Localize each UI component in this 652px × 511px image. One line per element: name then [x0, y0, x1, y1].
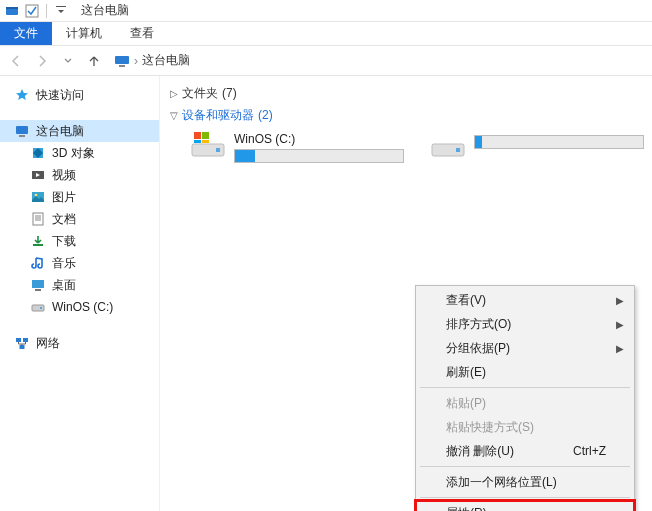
context-menu-label: 添加一个网络位置(L) — [446, 474, 557, 491]
svg-rect-13 — [33, 213, 43, 225]
sidebar-item[interactable]: 音乐 — [0, 252, 159, 274]
drive-name: WinOS (C:) — [234, 132, 404, 146]
drive-icon — [430, 132, 466, 160]
folder-type-icon — [30, 255, 46, 271]
sidebar-item[interactable]: 3D 对象 — [0, 142, 159, 164]
context-menu-item: 粘贴快捷方式(S) — [418, 415, 632, 439]
drive-item[interactable]: WinOS (C:) — [190, 132, 390, 163]
folder-type-icon — [30, 145, 46, 161]
this-pc-icon — [14, 123, 30, 139]
context-menu-label: 分组依据(P) — [446, 340, 510, 357]
nav-back-button[interactable] — [6, 51, 26, 71]
context-menu-item[interactable]: 刷新(E) — [418, 360, 632, 384]
sidebar-item-label: 视频 — [52, 167, 76, 184]
sidebar: 快速访问 这台电脑 3D 对象视频图片文档下载音乐桌面WinOS (C:) 网络 — [0, 76, 160, 511]
svg-rect-5 — [119, 65, 125, 67]
qat-dropdown-icon[interactable] — [53, 3, 69, 19]
tab-view[interactable]: 查看 — [116, 22, 168, 45]
qat-checkbox-icon[interactable] — [24, 3, 40, 19]
folder-type-icon — [30, 167, 46, 183]
breadcrumb[interactable]: › 这台电脑 — [114, 52, 190, 69]
svg-rect-29 — [194, 140, 201, 143]
sidebar-this-pc[interactable]: 这台电脑 — [0, 120, 159, 142]
nav-forward-button[interactable] — [32, 51, 52, 71]
chevron-down-icon: ▽ — [170, 110, 178, 121]
svg-rect-6 — [16, 126, 28, 134]
group-folders[interactable]: ▷ 文件夹 (7) — [170, 82, 642, 104]
context-menu-item[interactable]: 属性(R) — [418, 501, 632, 511]
sidebar-item[interactable]: 视频 — [0, 164, 159, 186]
context-menu-label: 粘贴快捷方式(S) — [446, 419, 534, 436]
svg-rect-21 — [40, 307, 42, 309]
sidebar-network[interactable]: 网络 — [0, 332, 159, 354]
qat-separator — [46, 4, 47, 18]
context-menu-label: 刷新(E) — [446, 364, 486, 381]
nav-up-button[interactable] — [84, 51, 104, 71]
context-menu: 查看(V)▶排序方式(O)▶分组依据(P)▶刷新(E)粘贴(P)粘贴快捷方式(S… — [415, 285, 635, 511]
storage-bar — [234, 149, 404, 163]
sidebar-item[interactable]: WinOS (C:) — [0, 296, 159, 318]
chevron-right-icon: ▷ — [170, 88, 178, 99]
sidebar-item-label: 快速访问 — [36, 87, 84, 104]
network-icon — [14, 335, 30, 351]
sidebar-item[interactable]: 文档 — [0, 208, 159, 230]
folder-type-icon — [30, 277, 46, 293]
group-drives[interactable]: ▽ 设备和驱动器 (2) — [170, 104, 642, 126]
sidebar-item-label: 桌面 — [52, 277, 76, 294]
submenu-arrow-icon: ▶ — [616, 343, 624, 354]
group-count: (2) — [258, 108, 273, 122]
svg-rect-24 — [20, 345, 25, 349]
drive-info: WinOS (C:) — [234, 132, 404, 163]
svg-rect-32 — [456, 148, 460, 152]
tab-computer[interactable]: 计算机 — [52, 22, 116, 45]
sidebar-item[interactable]: 图片 — [0, 186, 159, 208]
context-menu-item: 粘贴(P) — [418, 391, 632, 415]
context-menu-label: 查看(V) — [446, 292, 486, 309]
submenu-arrow-icon: ▶ — [616, 319, 624, 330]
context-menu-item[interactable]: 添加一个网络位置(L) — [418, 470, 632, 494]
drive-info — [474, 132, 644, 149]
sidebar-item[interactable]: 桌面 — [0, 274, 159, 296]
sidebar-item-label: 图片 — [52, 189, 76, 206]
folder-type-icon — [30, 189, 46, 205]
svg-rect-20 — [32, 305, 44, 311]
storage-bar — [474, 135, 644, 149]
sidebar-quick-access[interactable]: 快速访问 — [0, 84, 159, 106]
submenu-arrow-icon: ▶ — [616, 295, 624, 306]
svg-rect-1 — [6, 7, 18, 9]
addressbar: › 这台电脑 — [0, 46, 652, 76]
folder-type-icon — [30, 211, 46, 227]
tab-file[interactable]: 文件 — [0, 22, 52, 45]
context-menu-label: 撤消 删除(U) — [446, 443, 514, 460]
sidebar-item-label: 文档 — [52, 211, 76, 228]
nav-recent-dropdown[interactable] — [58, 51, 78, 71]
svg-rect-30 — [202, 140, 209, 143]
drive-item[interactable] — [430, 132, 630, 163]
svg-rect-19 — [35, 289, 41, 291]
breadcrumb-sep: › — [134, 54, 138, 68]
menubar: 文件 计算机 查看 — [0, 22, 652, 46]
context-menu-item[interactable]: 撤消 删除(U)Ctrl+Z — [418, 439, 632, 463]
svg-rect-23 — [23, 338, 28, 342]
svg-rect-4 — [115, 56, 129, 64]
sidebar-item-label: 这台电脑 — [36, 123, 84, 140]
context-menu-separator — [420, 497, 630, 498]
system-menu-icon[interactable] — [4, 3, 20, 19]
context-menu-separator — [420, 466, 630, 467]
svg-rect-22 — [16, 338, 21, 342]
context-menu-item[interactable]: 查看(V)▶ — [418, 288, 632, 312]
context-menu-label: 属性(R) — [446, 505, 487, 512]
folder-type-icon — [30, 233, 46, 249]
group-count: (7) — [222, 86, 237, 100]
folder-type-icon — [30, 299, 46, 315]
drive-icon — [190, 132, 226, 160]
svg-rect-2 — [26, 5, 38, 17]
sidebar-item[interactable]: 下载 — [0, 230, 159, 252]
breadcrumb-location[interactable]: 这台电脑 — [142, 52, 190, 69]
context-menu-item[interactable]: 分组依据(P)▶ — [418, 336, 632, 360]
context-menu-item[interactable]: 排序方式(O)▶ — [418, 312, 632, 336]
context-menu-separator — [420, 387, 630, 388]
group-label: 文件夹 — [182, 85, 218, 102]
svg-rect-7 — [19, 135, 25, 137]
context-menu-label: 排序方式(O) — [446, 316, 511, 333]
